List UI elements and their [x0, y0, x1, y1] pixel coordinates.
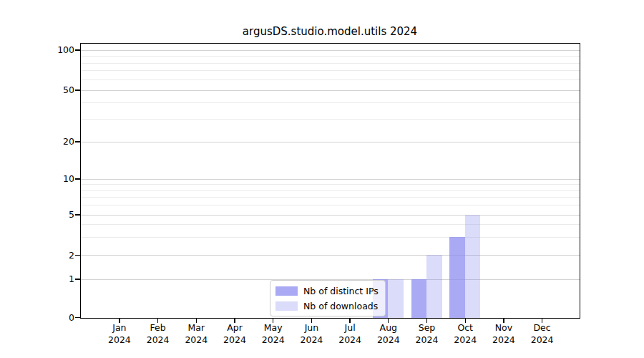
- y-tick-mark: [75, 141, 80, 142]
- y-tick-label: 100: [0, 44, 74, 57]
- bar-nb-of-distinct-ips-oct-2024: [449, 237, 465, 318]
- legend-label-distinct-ips: Nb of distinct IPs: [303, 286, 379, 296]
- y-tick-label: 5: [0, 208, 74, 221]
- gridline-minor: [81, 63, 580, 64]
- gridline-major: [81, 90, 580, 91]
- plot-area: Nb of distinct IPs Nb of downloads: [80, 43, 580, 319]
- chart-title: argusDS.studio.model.utils 2024: [80, 25, 580, 38]
- gridline-minor: [81, 119, 580, 120]
- y-tick-mark: [75, 214, 80, 215]
- gridline-minor: [81, 190, 580, 191]
- y-tick-label: 0: [0, 311, 74, 324]
- gridline-major: [81, 255, 580, 256]
- y-tick-label: 10: [0, 173, 74, 185]
- figure: argusDS.studio.model.utils 2024 Nb of di…: [0, 0, 644, 358]
- y-tick-label: 20: [0, 135, 74, 148]
- legend-item-downloads: Nb of downloads: [275, 299, 379, 312]
- gridline-minor: [81, 56, 580, 57]
- plot-inner: Nb of distinct IPs Nb of downloads: [81, 44, 580, 318]
- gridline-major: [81, 215, 580, 216]
- x-tick-label: Dec 2024: [514, 322, 571, 346]
- y-tick-label: 2: [0, 249, 74, 262]
- bar-nb-of-downloads-oct-2024: [465, 215, 481, 319]
- legend: Nb of distinct IPs Nb of downloads: [270, 280, 386, 316]
- gridline-minor: [81, 70, 580, 71]
- gridline-major: [81, 179, 580, 180]
- y-tick-mark: [75, 49, 80, 50]
- y-tick-mark: [75, 178, 80, 179]
- bar-nb-of-downloads-sep-2024: [426, 255, 442, 318]
- y-tick-mark: [75, 90, 80, 90]
- y-tick-mark: [75, 255, 80, 256]
- gridline-major: [81, 50, 580, 51]
- bar-nb-of-distinct-ips-sep-2024: [411, 279, 427, 319]
- y-tick-mark: [75, 279, 80, 279]
- y-tick-label: 1: [0, 273, 74, 286]
- gridline-minor: [81, 237, 580, 238]
- gridline-minor: [81, 79, 580, 80]
- gridline-major: [81, 142, 580, 142]
- y-tick-label: 50: [0, 84, 74, 97]
- gridline-minor: [81, 102, 580, 103]
- gridline-minor: [81, 205, 580, 205]
- gridline-minor: [81, 224, 580, 225]
- legend-swatch-distinct-ips: [275, 286, 298, 296]
- legend-label-downloads: Nb of downloads: [303, 301, 378, 311]
- gridline-minor: [81, 184, 580, 185]
- y-tick-mark: [75, 317, 80, 318]
- bar-nb-of-downloads-aug-2024: [388, 279, 404, 319]
- legend-item-distinct-ips: Nb of distinct IPs: [275, 284, 379, 297]
- gridline-minor: [81, 197, 580, 198]
- legend-swatch-downloads: [275, 301, 298, 311]
